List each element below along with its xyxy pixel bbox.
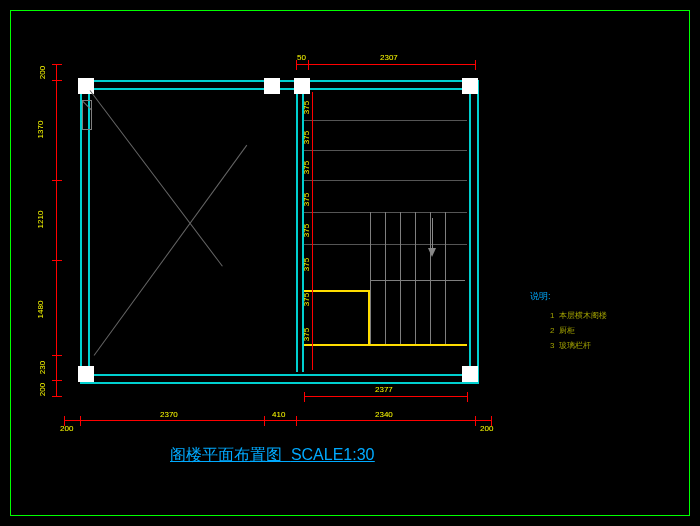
dim-ri-4: 375 xyxy=(302,193,311,206)
dim-b4: 200 xyxy=(480,424,493,433)
legend-3: 3 玻璃栏杆 xyxy=(550,340,591,351)
dim-ri-6: 375 xyxy=(302,258,311,271)
dim-left xyxy=(56,64,57,396)
dim-right-inner xyxy=(312,92,313,370)
tick xyxy=(52,64,62,65)
dim-top xyxy=(296,64,476,65)
pillar-bl xyxy=(78,366,94,382)
inner-wall xyxy=(88,88,471,376)
legend-heading: 说明: xyxy=(530,290,551,303)
tick xyxy=(296,416,297,426)
dim-top-d1: 50 xyxy=(297,53,306,62)
dim-l2: 1210 xyxy=(36,211,45,229)
dim-l4: 230 xyxy=(38,361,47,374)
stair xyxy=(445,212,446,344)
tick xyxy=(80,416,81,426)
shelf-2 xyxy=(304,150,467,151)
title-text: 阁楼平面布置图 xyxy=(170,446,282,463)
tick xyxy=(264,416,265,426)
tick xyxy=(52,355,62,356)
dim-ri-5: 375 xyxy=(302,224,311,237)
cad-canvas: 50 2307 2377 200 2370 410 2340 200 200 1… xyxy=(0,0,700,526)
pillar-tr xyxy=(462,78,478,94)
shelf-1 xyxy=(304,120,467,121)
legend-2: 2 厨柜 xyxy=(550,325,575,336)
dim-bot-inner xyxy=(304,396,467,397)
dim-ri-3: 375 xyxy=(302,161,311,174)
pillar-tm xyxy=(264,78,280,94)
legend-text: 玻璃栏杆 xyxy=(559,341,591,350)
dim-bot xyxy=(64,420,492,421)
tick xyxy=(308,60,309,70)
legend-num: 1 xyxy=(550,311,554,320)
balustrade-h2 xyxy=(304,344,467,346)
dim-b2: 410 xyxy=(272,410,285,419)
dim-l5: 200 xyxy=(38,383,47,396)
dim-b0: 200 xyxy=(60,424,73,433)
dim-bot-inner-d1: 2377 xyxy=(375,385,393,394)
legend-num: 2 xyxy=(550,326,554,335)
stair xyxy=(430,212,431,344)
drawing-title: 阁楼平面布置图 SCALE1:30 xyxy=(170,445,375,466)
dim-l1: 1370 xyxy=(36,121,45,139)
tick xyxy=(52,260,62,261)
title-scale: SCALE1:30 xyxy=(291,446,375,463)
tick xyxy=(52,396,62,397)
stair xyxy=(370,212,371,344)
dim-l3: 1480 xyxy=(36,301,45,319)
legend-num: 3 xyxy=(550,341,554,350)
shelf-3 xyxy=(304,180,467,181)
pillar-tm2 xyxy=(294,78,310,94)
tick xyxy=(475,416,476,426)
dim-ri-1: 375 xyxy=(302,101,311,114)
dim-top-d2: 2307 xyxy=(380,53,398,62)
legend-text: 本层横木阁楼 xyxy=(559,311,607,320)
tick xyxy=(475,60,476,70)
dim-ri-7: 375 xyxy=(302,293,311,306)
stair-direction-line xyxy=(432,218,433,248)
stair xyxy=(385,212,386,344)
dim-ri-8: 375 xyxy=(302,328,311,341)
pillar-br xyxy=(462,366,478,382)
balustrade-h xyxy=(304,290,370,292)
legend-1: 1 本层横木阁楼 xyxy=(550,310,607,321)
tick xyxy=(52,180,62,181)
dim-l0: 200 xyxy=(38,66,47,79)
dim-ri-2: 375 xyxy=(302,131,311,144)
legend-text: 厨柜 xyxy=(559,326,575,335)
stair-arrow-icon xyxy=(428,248,436,257)
tick xyxy=(52,380,62,381)
dim-b1: 2370 xyxy=(160,410,178,419)
dim-b3: 2340 xyxy=(375,410,393,419)
stair xyxy=(415,212,416,344)
tick xyxy=(52,80,62,81)
partition-vertical xyxy=(296,88,298,372)
stair xyxy=(400,212,401,344)
balustrade-v xyxy=(368,290,370,344)
tick xyxy=(304,392,305,402)
stair-landing xyxy=(370,280,465,281)
tick xyxy=(467,392,468,402)
